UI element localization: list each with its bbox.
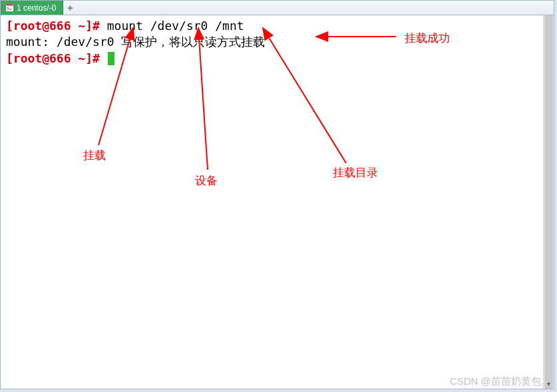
watermark: CSDN @苗苗奶黄包. xyxy=(450,375,544,388)
command-input xyxy=(100,51,107,65)
terminal-window: 1 centos/-0 + [root@666 ~]# mount /dev/s… xyxy=(0,0,554,389)
scroll-down-arrow[interactable]: ▼ xyxy=(544,379,554,389)
prompt: [root@666 ~]# xyxy=(6,19,100,33)
svg-rect-1 xyxy=(6,4,13,6)
prompt: [root@666 ~]# xyxy=(6,51,100,65)
cursor xyxy=(108,52,114,65)
command-input: mount /dev/sr0 /mnt xyxy=(100,19,244,33)
tab-active[interactable]: 1 centos/-0 xyxy=(1,1,63,15)
scrollbar-thumb[interactable] xyxy=(544,15,553,389)
new-tab-button[interactable]: + xyxy=(63,1,77,15)
vertical-scrollbar[interactable]: ▲ ▼ xyxy=(543,15,554,389)
tab-bar: 1 centos/-0 + xyxy=(1,1,554,15)
terminal-content[interactable]: [root@666 ~]# mount /dev/sr0 /mnt mount:… xyxy=(1,15,554,389)
terminal-icon xyxy=(6,4,13,11)
output-line: mount: /dev/sr0 写保护，将以只读方式挂载 xyxy=(6,35,265,49)
tab-title: 1 centos/-0 xyxy=(17,3,56,13)
